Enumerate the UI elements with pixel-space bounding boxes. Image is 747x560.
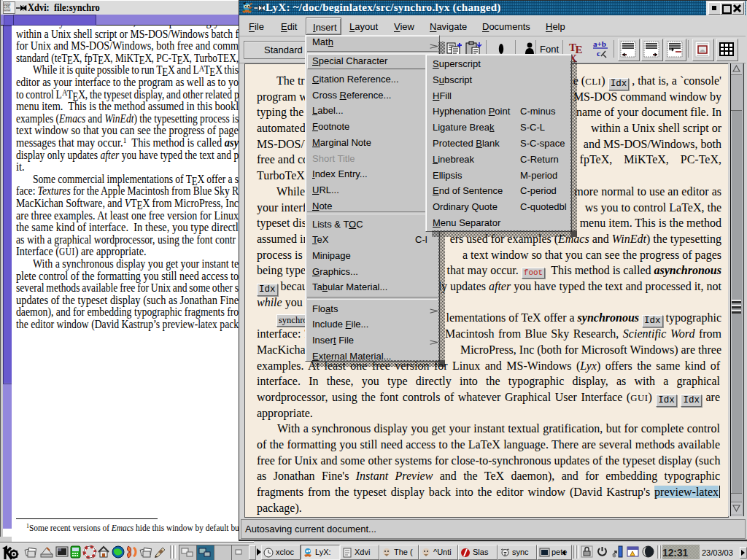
svg-text:a+b: a+b [593, 39, 606, 48]
svg-text:c: c [597, 49, 600, 58]
